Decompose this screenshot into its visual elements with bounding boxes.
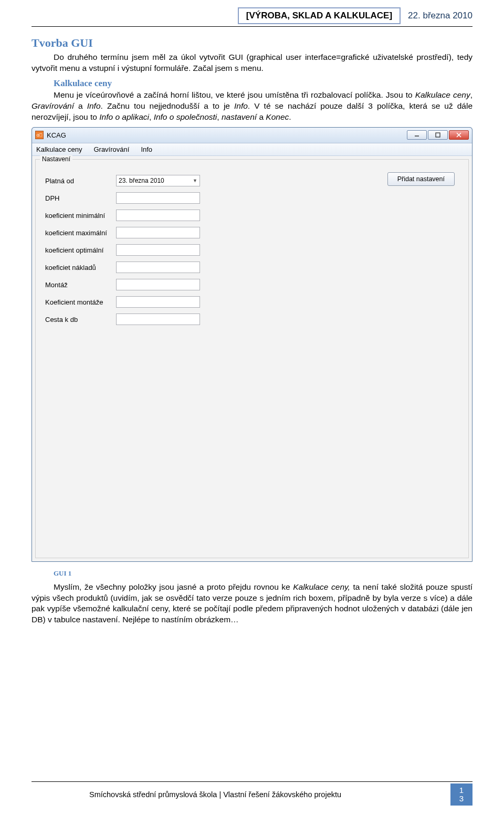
header-rule	[32, 26, 472, 27]
page-number-box: 1 3	[450, 783, 472, 806]
heading-tvorba-gui: Tvorba GUI	[32, 36, 472, 50]
window-title: KCAG	[47, 131, 66, 139]
footer-rule	[32, 781, 472, 782]
label-koef-min: koeficient minimální	[45, 212, 116, 220]
chevron-down-icon: ▼	[193, 178, 197, 183]
paragraph-2: Menu je víceúrovňové a začíná horní lišt…	[32, 90, 472, 123]
menu-item-kalkulace[interactable]: Kalkulace ceny	[36, 145, 82, 153]
header-date: 22. března 2010	[408, 11, 472, 21]
paragraph-3: Myslím, že všechny položky jsou jasné a …	[32, 582, 472, 626]
add-settings-button[interactable]: Přidat nastavení	[387, 172, 455, 186]
header-title-box: [VÝROBA, SKLAD A KALKULACE]	[238, 7, 401, 24]
row-koef-nakl: koeficiet nákladů	[45, 259, 459, 276]
input-koef-nakl[interactable]	[116, 262, 200, 273]
label-montaz: Montáž	[45, 281, 116, 289]
settings-panel: Nastavení Přidat nastavení Platná od 23.…	[35, 159, 469, 558]
row-dph: DPH	[45, 190, 459, 207]
page-number-1: 1	[459, 786, 464, 795]
row-koef-max: koeficient maximální	[45, 224, 459, 242]
menu-item-gravirovani[interactable]: Gravírování	[93, 145, 129, 153]
minimize-icon	[414, 132, 419, 138]
row-koef-opt: koeficient optimální	[45, 242, 459, 259]
footer-text: Smíchovská střední průmyslová škola | Vl…	[89, 790, 450, 799]
input-koef-montaze[interactable]	[116, 296, 200, 308]
client-area: Nastavení Přidat nastavení Platná od 23.…	[32, 156, 472, 561]
maximize-button[interactable]	[428, 130, 448, 140]
title-bar[interactable]: o□ KCAG	[32, 128, 472, 143]
label-koef-opt: koeficient optimální	[45, 246, 116, 254]
gui-screenshot: o□ KCAG Kalkulace ceny Gravírování	[32, 127, 472, 562]
figure-caption: GUI 1	[54, 569, 472, 578]
label-koef-nakl: koeficiet nákladů	[45, 264, 116, 271]
window-frame: o□ KCAG Kalkulace ceny Gravírování	[32, 127, 472, 562]
label-cesta-db: Cesta k db	[45, 316, 116, 323]
page-number-2: 3	[459, 795, 464, 803]
input-koef-opt[interactable]	[116, 244, 200, 256]
row-montaz: Montáž	[45, 276, 459, 294]
row-cesta-db: Cesta k db	[45, 311, 459, 328]
menu-item-info[interactable]: Info	[141, 145, 152, 153]
page-footer: Smíchovská střední průmyslová škola | Vl…	[32, 781, 472, 806]
date-value: 23. března 2010	[119, 177, 164, 184]
paragraph-1: Do druhého termínu jsem měl za úkol vytv…	[32, 52, 472, 74]
close-icon	[456, 132, 461, 138]
minimize-button[interactable]	[407, 130, 427, 140]
date-picker-platna-od[interactable]: 23. března 2010 ▼	[116, 175, 200, 186]
label-koef-montaze: Koeficient montáže	[45, 298, 116, 306]
page-header: [VÝROBA, SKLAD A KALKULACE] 22. března 2…	[32, 7, 472, 24]
label-koef-max: koeficient maximální	[45, 229, 116, 237]
heading-kalkulace-ceny: Kalkulace ceny	[54, 78, 472, 89]
close-button[interactable]	[449, 130, 469, 140]
input-koef-min[interactable]	[116, 210, 200, 221]
row-koef-min: koeficient minimální	[45, 207, 459, 224]
svg-rect-1	[436, 133, 440, 137]
input-montaz[interactable]	[116, 279, 200, 290]
input-dph[interactable]	[116, 192, 200, 204]
row-koef-montaze: Koeficient montáže	[45, 294, 459, 311]
panel-title: Nastavení	[40, 155, 72, 163]
input-koef-max[interactable]	[116, 227, 200, 238]
app-icon: o□	[35, 131, 44, 139]
input-cesta-db[interactable]	[116, 314, 200, 325]
label-dph: DPH	[45, 194, 116, 202]
label-platna-od: Platná od	[45, 177, 116, 185]
maximize-icon	[435, 132, 440, 138]
menu-bar: Kalkulace ceny Gravírování Info	[32, 143, 472, 156]
